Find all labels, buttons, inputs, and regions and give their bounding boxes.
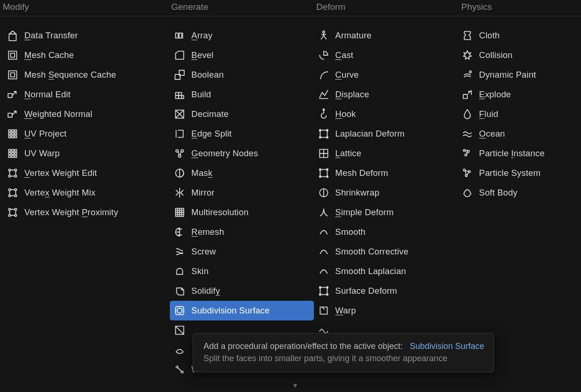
svg-rect-44 <box>179 93 182 96</box>
modifier-multiresolution[interactable]: Multiresolution <box>170 203 314 222</box>
fluid-icon <box>460 107 474 121</box>
modifier-subdivision[interactable]: Subdivision Surface <box>170 301 314 320</box>
modifier-surface-deform[interactable]: Surface Deform <box>314 281 458 301</box>
modifier-soft-body[interactable]: Soft Body <box>458 183 578 203</box>
modifier-label: Mesh Sequence Cache <box>24 70 116 80</box>
dynamic-paint-icon <box>460 68 474 82</box>
modifier-mask[interactable]: Mask <box>170 163 314 183</box>
modifier-label: Edge Split <box>191 129 232 139</box>
modifier-label: Mask <box>191 168 212 178</box>
modifier-armature[interactable]: Armature <box>314 26 458 45</box>
svg-rect-19 <box>12 152 14 154</box>
skin-icon <box>173 264 187 278</box>
modifier-uv-warp[interactable]: UV Warp <box>3 144 170 163</box>
modifier-smooth[interactable]: Smooth <box>314 222 458 242</box>
mesh-deform-icon <box>317 166 331 180</box>
modifier-smooth-laplacian[interactable]: Smooth Laplacian <box>314 261 458 281</box>
modifier-mesh-deform[interactable]: Mesh Deform <box>314 163 458 183</box>
modifier-hook[interactable]: Hook <box>314 104 458 124</box>
modifier-particle-instance[interactable]: Particle Instance <box>458 144 578 163</box>
modifier-fluid[interactable]: Fluid <box>458 104 578 124</box>
modifier-lattice[interactable]: Lattice <box>314 144 458 163</box>
modifier-ocean[interactable]: Ocean <box>458 124 578 144</box>
particle-system-icon <box>460 166 474 180</box>
collision-icon <box>460 48 474 62</box>
modifier-label: Cast <box>335 50 354 60</box>
subdivision-icon <box>173 304 187 318</box>
ocean-icon <box>460 127 474 141</box>
modifier-decimate[interactable]: Decimate <box>170 104 314 124</box>
modifier-bevel[interactable]: Bevel <box>170 45 314 65</box>
modifier-array[interactable]: Array <box>170 26 314 45</box>
svg-rect-23 <box>15 155 16 157</box>
modifier-smooth-corrective[interactable]: Smooth Corrective <box>314 242 458 261</box>
modifier-explode[interactable]: Explode <box>458 85 578 104</box>
modifier-geometry-nodes[interactable]: Geometry Nodes <box>170 144 314 163</box>
modifier-cloth[interactable]: Cloth <box>458 26 578 45</box>
modifier-solidify[interactable]: Solidify <box>170 281 314 301</box>
modifier-label: Smooth Laplacian <box>335 266 406 276</box>
uv-warp-icon <box>6 146 20 160</box>
modifier-label: Smooth <box>335 227 366 237</box>
modifier-data-transfer[interactable]: Data Transfer <box>3 26 170 45</box>
data-transfer-icon <box>6 29 20 43</box>
modifier-mesh-sequence-cache[interactable]: Mesh Sequence Cache <box>3 65 170 85</box>
svg-rect-3 <box>11 73 15 77</box>
geometry-nodes-icon <box>173 146 187 160</box>
svg-rect-21 <box>8 155 10 157</box>
modifier-simple-deform[interactable]: Simple Deform <box>314 203 458 222</box>
modifier-vertex-weight-edit[interactable]: Vertex Weight Edit <box>3 163 170 183</box>
modifier-label: Warp <box>335 305 356 316</box>
modifier-vertex-weight-mix[interactable]: Vertex Weight Mix <box>3 183 170 203</box>
modifier-build[interactable]: Build <box>170 85 314 104</box>
modifier-label: Mirror <box>191 188 215 198</box>
svg-rect-42 <box>182 95 183 99</box>
modifier-label: Cloth <box>479 30 500 41</box>
modifier-weighted-normal[interactable]: Weighted Normal <box>3 104 170 124</box>
weighted-normal-icon <box>6 107 20 121</box>
remesh-icon <box>173 225 187 239</box>
modifier-label: UV Warp <box>24 148 60 159</box>
hook-icon <box>317 107 331 121</box>
expand-down-icon[interactable]: ▼ <box>292 382 298 389</box>
svg-rect-4 <box>8 94 12 98</box>
modifier-particle-system[interactable]: Particle System <box>458 163 578 183</box>
modifier-displace[interactable]: Displace <box>314 85 458 104</box>
modifier-warp[interactable]: Warp <box>314 301 458 320</box>
modifier-mirror[interactable]: Mirror <box>170 183 314 203</box>
modifier-label: Build <box>191 89 211 100</box>
surface-deform-icon <box>317 284 331 298</box>
modifier-uv-project[interactable]: UV Project <box>3 124 170 144</box>
tooltip: Add a procedural operation/effect to the… <box>193 333 494 372</box>
svg-rect-16 <box>12 149 14 151</box>
header-generate: Generate <box>168 0 313 16</box>
modifier-label: Smooth Corrective <box>335 247 409 257</box>
modifier-cast[interactable]: Cast <box>314 45 458 65</box>
modifier-label: Simple Deform <box>335 207 394 218</box>
svg-rect-11 <box>15 133 16 135</box>
modifier-skin[interactable]: Skin <box>170 261 314 281</box>
modifier-shrinkwrap[interactable]: Shrinkwrap <box>314 183 458 203</box>
modifier-label: Soft Body <box>479 188 517 198</box>
modifier-laplacian-deform[interactable]: Laplacian Deform <box>314 124 458 144</box>
modifier-boolean[interactable]: Boolean <box>170 65 314 85</box>
svg-rect-40 <box>175 95 179 99</box>
modifier-label: Mesh Cache <box>24 50 74 60</box>
modifier-curve[interactable]: Curve <box>314 65 458 85</box>
mesh-sequence-cache-icon <box>6 68 20 82</box>
modifier-remesh[interactable]: Remesh <box>170 222 314 242</box>
modifier-screw[interactable]: Screw <box>170 242 314 261</box>
armature-icon <box>317 29 331 43</box>
modifier-label: Data Transfer <box>24 30 78 41</box>
modifier-mesh-cache[interactable]: Mesh Cache <box>3 45 170 65</box>
modifier-normal-edit[interactable]: Normal Edit <box>3 85 170 104</box>
modifier-edge-split[interactable]: Edge Split <box>170 124 314 144</box>
modifier-label: Vertex Weight Proximity <box>24 207 118 218</box>
modifier-dynamic-paint[interactable]: Dynamic Paint <box>458 65 578 85</box>
simple-deform-icon <box>317 205 331 219</box>
vertex-weight-prox-icon <box>6 205 20 219</box>
triangulate-b-icon <box>173 343 187 357</box>
svg-rect-8 <box>15 130 16 131</box>
modifier-vertex-weight-prox[interactable]: Vertex Weight Proximity <box>3 203 170 222</box>
modifier-collision[interactable]: Collision <box>458 45 578 65</box>
